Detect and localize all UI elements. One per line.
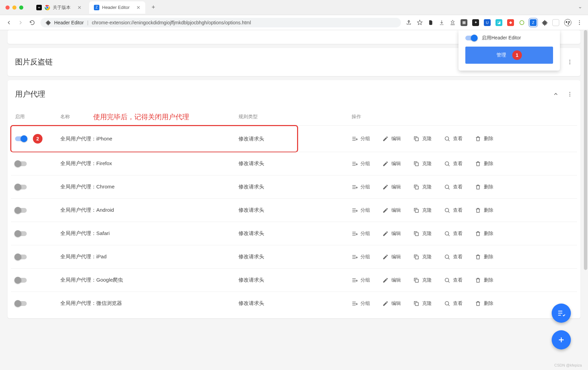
forward-button[interactable] [17,20,24,26]
clone-button[interactable]: 克隆 [413,254,432,260]
new-tab-button[interactable]: + [148,4,159,11]
ext-icon-square[interactable] [552,19,559,26]
scrollbar[interactable] [584,30,587,370]
clone-button[interactable]: 克隆 [413,207,432,213]
header-editor-ext-icon[interactable]: Z [530,19,537,26]
menu-icon[interactable] [576,20,583,26]
browser-tab-1[interactable]: Z Header Editor ✕ [89,1,145,14]
ext-icon-grid[interactable]: ▦ [461,19,467,26]
edit-button[interactable]: 编辑 [382,207,401,213]
group-button[interactable]: 分组 [352,207,370,213]
svg-point-27 [445,255,449,259]
clone-button[interactable]: 克隆 [413,136,432,142]
edit-button[interactable]: 编辑 [382,231,401,237]
star-icon[interactable] [417,20,423,26]
download-icon[interactable] [439,20,445,26]
view-button[interactable]: 查看 [444,277,463,283]
extensions-icon[interactable] [541,20,548,26]
fab-add[interactable] [552,330,571,349]
view-button[interactable]: 查看 [444,136,463,142]
delete-button[interactable]: 删除 [475,207,493,213]
op-label: 查看 [453,300,463,307]
view-button[interactable]: 查看 [444,184,463,190]
ext-icon-circle[interactable] [519,20,525,26]
rule-toggle[interactable] [15,231,27,236]
reload-button[interactable] [29,20,36,26]
rule-toggle[interactable] [15,185,27,189]
ext-icon-bookmark[interactable]: ◪ [495,19,502,26]
view-button[interactable]: 查看 [444,300,463,307]
delete-button[interactable]: 删除 [475,136,493,142]
group-button[interactable]: 分组 [352,300,370,307]
edit-button[interactable]: 编辑 [382,300,401,307]
op-label: 克隆 [422,300,432,307]
rule-toggle[interactable] [15,255,27,259]
collapse-icon[interactable] [552,91,559,98]
rule-toggle[interactable] [15,208,27,213]
view-button[interactable]: 查看 [444,161,463,167]
url-label: Header Editor [54,20,84,25]
svg-point-19 [445,162,449,165]
bookmarks-icon[interactable] [450,20,456,26]
maximize-window-button[interactable] [19,5,23,10]
rule-toggle[interactable] [15,278,27,283]
more-icon[interactable] [567,59,573,65]
group-button[interactable]: 分组 [352,231,370,237]
edit-button[interactable]: 编辑 [382,254,401,260]
group-button[interactable]: 分组 [352,184,370,190]
close-tab-icon[interactable]: ✕ [136,5,140,10]
evernote-icon[interactable] [428,20,434,26]
delete-button[interactable]: 删除 [475,184,493,190]
op-label: 编辑 [391,300,401,307]
edit-button[interactable]: 编辑 [382,184,401,190]
delete-button[interactable]: 删除 [475,161,493,167]
edit-button[interactable]: 编辑 [382,161,401,167]
group-button[interactable]: 分组 [352,277,370,283]
clone-button[interactable]: 克隆 [413,161,432,167]
op-label: 分组 [360,300,370,307]
rule-name: 全局用户代理：iPad [60,254,238,260]
group-button[interactable]: 分组 [352,136,370,142]
view-button[interactable]: 查看 [444,207,463,213]
more-icon[interactable] [567,91,573,97]
view-button[interactable]: 查看 [444,254,463,260]
enable-extension-toggle[interactable] [465,36,477,40]
clone-button[interactable]: 克隆 [413,231,432,237]
rule-toggle[interactable] [15,161,27,166]
share-icon[interactable] [406,20,412,26]
manage-button[interactable]: 管理 1 [465,47,553,64]
edit-button[interactable]: 编辑 [382,277,401,283]
rule-toggle[interactable] [15,301,27,306]
back-button[interactable] [5,20,12,26]
op-label: 查看 [453,184,463,190]
url-input[interactable]: Header Editor | chrome-extension://ening… [40,18,401,27]
delete-button[interactable]: 删除 [475,231,493,237]
minimize-window-button[interactable] [12,5,16,10]
op-label: 分组 [360,254,370,260]
op-label: 删除 [484,231,493,237]
delete-button[interactable]: 删除 [475,300,493,307]
rule-toggle[interactable] [15,136,27,141]
ext-icon-dark[interactable]: ✦ [472,19,479,26]
group-button[interactable]: 分组 [352,161,370,167]
close-tab-icon[interactable]: ✕ [77,5,82,10]
ext-icon-shield[interactable]: U [484,19,491,26]
tabs-dropdown-icon[interactable] [578,5,583,10]
edit-button[interactable]: 编辑 [382,136,401,142]
view-button[interactable]: 查看 [444,231,463,237]
close-window-button[interactable] [5,5,10,10]
header-enable: 启用 [15,114,60,120]
svg-point-1 [46,6,49,9]
clone-button[interactable]: 克隆 [413,277,432,283]
delete-button[interactable]: 删除 [475,254,493,260]
profile-avatar-icon[interactable] [564,19,572,26]
group-button[interactable]: 分组 [352,254,370,260]
op-label: 克隆 [422,277,432,283]
rule-type: 修改请求头 [238,136,352,142]
fab-list-check[interactable] [552,304,571,323]
browser-tab-0[interactable]: ∞ 关于版本 ✕ [32,1,86,14]
ext-icon-ublock[interactable]: ◆ [507,19,514,26]
delete-button[interactable]: 删除 [475,277,493,283]
clone-button[interactable]: 克隆 [413,184,432,190]
clone-button[interactable]: 克隆 [413,300,432,307]
